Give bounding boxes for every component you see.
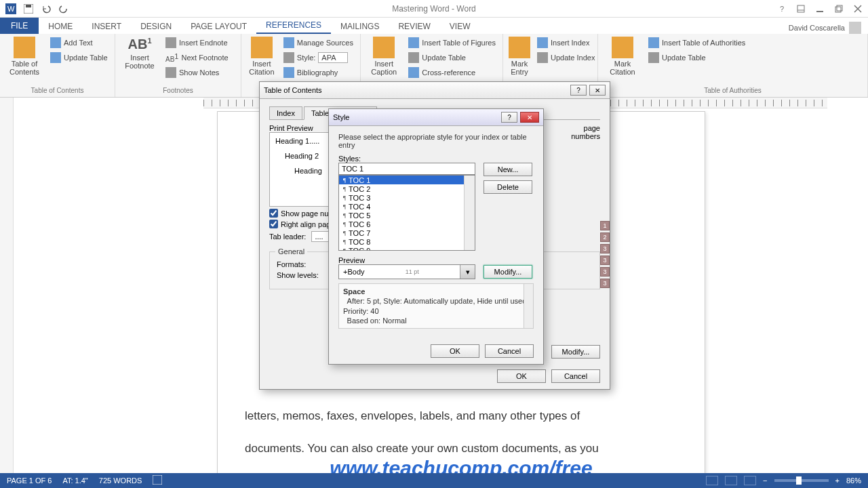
status-words[interactable]: 725 WORDS — [99, 476, 142, 485]
svg-rect-7 — [153, 475, 162, 485]
style-help-icon[interactable]: ? — [501, 112, 517, 123]
insert-index-button[interactable]: Insert Index — [536, 37, 596, 49]
proofing-icon[interactable] — [153, 475, 162, 486]
style-instructions: Please select the appropriate style for … — [338, 133, 534, 149]
manage-sources-button[interactable]: Manage Sources — [282, 37, 355, 49]
zoom-in-icon[interactable]: + — [835, 476, 840, 485]
next-footnote-button[interactable]: AB1Next Footnote — [164, 52, 230, 64]
toc-close-icon[interactable]: ✕ — [589, 85, 606, 96]
title-bar: W Mastering Word - Word ? — [0, 0, 868, 18]
toc-help-icon[interactable]: ? — [570, 85, 587, 96]
toc-tab-index[interactable]: Index — [269, 106, 302, 120]
tab-references[interactable]: REFERENCES — [256, 18, 331, 34]
ribbon-options-icon[interactable] — [795, 4, 807, 14]
preview-font-box: +Body 11 pt ▾ — [338, 264, 475, 279]
style-cancel-button[interactable]: Cancel — [485, 344, 534, 358]
bibliography-button[interactable]: Bibliography — [282, 66, 355, 79]
style-list-item[interactable]: ¶TOC 6 — [339, 220, 475, 228]
insert-endnote-button[interactable]: Insert Endnote — [164, 37, 230, 49]
styles-label: Styles: — [338, 155, 534, 163]
group-footnotes: AB1Insert Footnote Insert Endnote AB1Nex… — [115, 34, 241, 97]
level-markers: 1 2 3 3 3 3 — [600, 221, 610, 288]
insert-tof-button[interactable]: Insert Table of Figures — [407, 37, 497, 49]
update-table-button[interactable]: Update Table — [49, 52, 109, 64]
update-index-button[interactable]: Update Index — [536, 52, 596, 64]
toc-button-label: Table of Contents — [5, 60, 43, 76]
chevron-down-icon[interactable]: ▾ — [460, 265, 475, 279]
style-list-item[interactable]: ¶TOC 2 — [339, 184, 475, 193]
status-page[interactable]: PAGE 1 OF 6 — [7, 476, 52, 485]
tab-review[interactable]: REVIEW — [389, 19, 439, 34]
close-icon[interactable] — [852, 4, 864, 14]
style-list-item[interactable]: ¶TOC 1 — [339, 176, 475, 184]
restore-icon[interactable] — [833, 4, 845, 14]
tab-design[interactable]: DESIGN — [131, 19, 181, 34]
scrollbar[interactable] — [464, 176, 475, 250]
modify-style-button[interactable]: Modify... — [484, 265, 532, 279]
help-icon[interactable]: ? — [776, 4, 788, 14]
tab-mailings[interactable]: MAILINGS — [331, 19, 389, 34]
group-toa: Mark Citation Insert Table of Authoritie… — [598, 34, 868, 97]
tab-leader-label: Tab leader: — [269, 232, 306, 241]
web-layout-icon[interactable] — [744, 476, 756, 485]
style-name-input[interactable]: TOC 1 — [338, 163, 475, 175]
style-list-item[interactable]: ¶TOC 3 — [339, 193, 475, 202]
mark-citation-button[interactable]: Mark Citation — [604, 37, 642, 76]
zoom-slider[interactable] — [774, 479, 829, 482]
toc-dialog-titlebar[interactable]: Table of Contents ? ✕ — [260, 82, 610, 99]
save-icon[interactable] — [23, 3, 34, 14]
insert-footnote-button[interactable]: AB1Insert Footnote — [121, 37, 159, 70]
tab-view[interactable]: VIEW — [440, 19, 480, 34]
formats-label: Formats: — [277, 260, 306, 268]
show-levels-label: Show levels: — [277, 271, 319, 279]
style-list-item[interactable]: ¶TOC 5 — [339, 211, 475, 220]
tab-insert[interactable]: INSERT — [82, 19, 131, 34]
style-close-icon[interactable]: ✕ — [520, 112, 539, 123]
read-mode-icon[interactable] — [706, 476, 718, 485]
zoom-out-icon[interactable]: − — [763, 476, 767, 485]
update-table-toa-button[interactable]: Update Table — [647, 52, 747, 64]
minimize-icon[interactable] — [814, 4, 826, 14]
svg-rect-6 — [837, 5, 842, 11]
tab-file[interactable]: FILE — [0, 18, 39, 34]
zoom-level[interactable]: 86% — [846, 476, 861, 485]
doc-line-1: letters, memos, faxes, envelopes, labels… — [245, 405, 677, 428]
style-ok-button[interactable]: OK — [431, 344, 479, 358]
cross-reference-button[interactable]: Cross-reference — [407, 66, 497, 79]
print-layout-icon[interactable] — [725, 476, 737, 485]
style-list-item[interactable]: ¶TOC 4 — [339, 202, 475, 211]
style-dialog-titlebar[interactable]: Style ? ✕ — [329, 109, 543, 126]
toc-cancel-button[interactable]: Cancel — [551, 369, 600, 383]
insert-citation-button[interactable]: Insert Citation — [247, 37, 277, 76]
user-area[interactable]: David Coscarella — [789, 22, 868, 34]
tab-page-layout[interactable]: PAGE LAYOUT — [181, 19, 256, 34]
mark-entry-button[interactable]: Mark Entry — [509, 37, 530, 76]
word-icon: W — [5, 3, 16, 14]
tab-home[interactable]: HOME — [39, 19, 82, 34]
style-list-item[interactable]: ¶TOC 7 — [339, 228, 475, 237]
svg-rect-3 — [26, 5, 31, 7]
delete-style-button[interactable]: Delete — [484, 180, 532, 194]
preview-label: Preview — [338, 256, 534, 264]
scrollbar[interactable] — [524, 284, 533, 328]
new-style-button[interactable]: New... — [484, 163, 532, 176]
update-table-captions-button[interactable]: Update Table — [407, 52, 497, 64]
style-dropdown[interactable]: Style:APA — [282, 52, 355, 64]
insert-toa-button[interactable]: Insert Table of Authorities — [647, 37, 747, 49]
show-notes-button[interactable]: Show Notes — [164, 66, 230, 79]
undo-icon[interactable] — [41, 3, 52, 14]
status-at: AT: 1.4" — [62, 476, 87, 485]
insert-caption-button[interactable]: Insert Caption — [366, 37, 401, 76]
svg-rect-4 — [797, 5, 804, 12]
toc-ok-button[interactable]: OK — [497, 369, 546, 383]
svg-text:W: W — [7, 5, 15, 13]
style-dialog: Style ? ✕ Please select the appropriate … — [328, 108, 544, 365]
redo-icon[interactable] — [58, 3, 69, 14]
toc-modify-button[interactable]: Modify... — [551, 345, 600, 359]
add-text-button[interactable]: Add Text — [49, 37, 109, 49]
styles-listbox[interactable]: ¶TOC 1¶TOC 2¶TOC 3¶TOC 4¶TOC 5¶TOC 6¶TOC… — [338, 175, 475, 251]
style-list-item[interactable]: ¶TOC 9 — [339, 246, 475, 251]
style-list-item[interactable]: ¶TOC 8 — [339, 237, 475, 246]
group-toc-title: Table of Contents — [5, 85, 109, 94]
toc-button[interactable]: Table of Contents — [5, 37, 43, 76]
